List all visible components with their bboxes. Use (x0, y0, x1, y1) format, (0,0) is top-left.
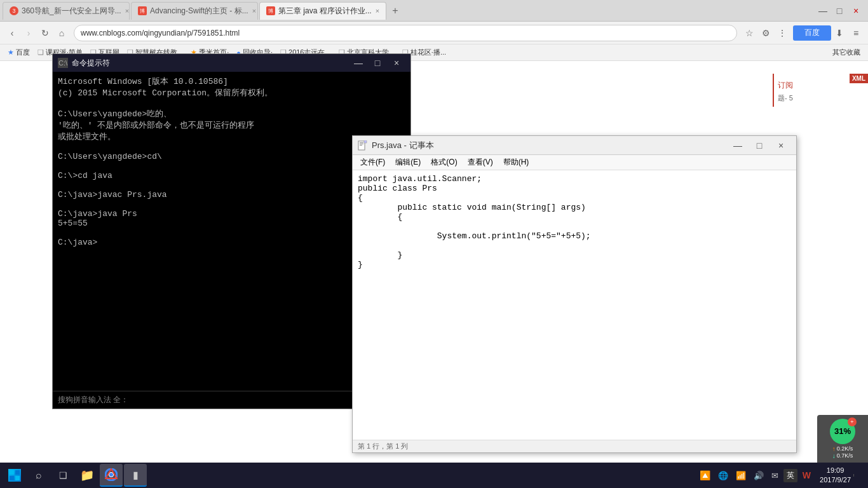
notepad-statusbar: 第 1 行，第 1 列 (353, 440, 796, 452)
other-bookmarks[interactable]: 其它收藏 (829, 46, 864, 58)
tab-2-close[interactable]: × (252, 7, 256, 15)
windows-logo (8, 469, 21, 482)
file-explorer-button[interactable]: 📁 (76, 464, 98, 487)
tab-2[interactable]: 博 Advancing-Swift的主页 - 标... × (131, 2, 258, 20)
upload-speed: 0.2K/s (837, 445, 853, 452)
terminal-taskbar-button[interactable]: ▮ (124, 464, 147, 487)
baidu-search-btn[interactable]: 百度 (793, 25, 831, 41)
menu-file[interactable]: 文件(F) (355, 156, 390, 169)
message-icon[interactable]: ✉ (769, 470, 781, 482)
terminal-icon: ▮ (133, 469, 139, 481)
browser-minimize[interactable]: — (816, 4, 830, 18)
tab-3-close[interactable]: × (376, 7, 379, 15)
cmd-close[interactable]: × (388, 56, 405, 70)
show-hidden-icons[interactable]: 🔼 (697, 469, 713, 482)
wifi-icon[interactable]: 📶 (733, 470, 749, 482)
tab-2-label: Advancing-Swift的主页 - 标... (150, 6, 248, 17)
time-display: 19:09 (820, 466, 851, 475)
nav-bar: ‹ › ↻ ⌂ www.cnblogs.com/qingyundian/p/75… (0, 22, 868, 44)
taskbar-clock: 19:09 2017/9/27 (820, 466, 851, 485)
browser-chrome: 3 360导航_新一代安全上网导... × 博 Advancing-Swift的… (0, 0, 868, 61)
cmd-maximize[interactable]: □ (369, 56, 386, 70)
volume-icon[interactable]: 🔊 (751, 470, 766, 482)
show-desktop[interactable] (853, 474, 860, 477)
cmd-win-controls: — □ × (349, 56, 405, 70)
tab-bar: 3 360导航_新一代安全上网导... × 博 Advancing-Swift的… (0, 0, 868, 22)
network-plus: + (848, 417, 857, 426)
svg-rect-2 (360, 144, 363, 144)
menu-format[interactable]: 格式(O) (426, 156, 462, 169)
notepad-titlebar: Prs.java - 记事本 — □ × (353, 136, 796, 155)
chrome-icon (105, 468, 118, 481)
tab-1[interactable]: 3 360导航_新一代安全上网导... × (3, 2, 130, 20)
notepad-maximize[interactable]: □ (749, 138, 770, 153)
subscribe-panel: XML 订阅 题- 5 (773, 74, 868, 107)
folder-icon: 📁 (80, 468, 94, 482)
other-bookmarks-label: 其它收藏 (832, 48, 860, 57)
url-text: www.cnblogs.com/qingyundian/p/7591851.ht… (81, 29, 730, 37)
network-percent: 31% (834, 426, 851, 436)
back-button[interactable]: ‹ (4, 25, 20, 41)
menu-view[interactable]: 查看(V) (463, 156, 498, 169)
tab-3-label: 第三章 java 程序设计作业... (278, 6, 372, 17)
extensions-button[interactable]: ⚙ (757, 25, 774, 41)
menu-edit[interactable]: 编辑(E) (390, 156, 426, 169)
wps-icon[interactable]: W (800, 469, 813, 482)
search-button[interactable]: ⌕ (27, 464, 50, 487)
downloads-icon[interactable]: ⬇ (831, 25, 848, 41)
date-display: 2017/9/27 (820, 475, 851, 485)
svg-rect-3 (360, 145, 362, 146)
chrome-taskbar-button[interactable] (100, 464, 123, 487)
address-bar[interactable]: www.cnblogs.com/qingyundian/p/7591851.ht… (74, 25, 737, 41)
forward-button[interactable]: › (20, 25, 37, 41)
cmd-icon: C:\ (58, 58, 68, 68)
cmd-title: 命令提示符 (72, 58, 349, 69)
ime-label: 搜狗拼音输入法 全： (58, 395, 128, 405)
bookmark-baidu[interactable]: ★ 百度 (4, 46, 34, 58)
tab-3-favicon: 博 (266, 6, 275, 15)
network-icon[interactable]: 🌐 (715, 470, 731, 482)
svg-rect-1 (360, 142, 363, 143)
menu-icon[interactable]: ≡ (848, 25, 864, 41)
ime-switch[interactable]: 英 (783, 469, 797, 482)
download-speed: 0.7K/s (837, 452, 853, 459)
notepad-minimize[interactable]: — (728, 138, 748, 153)
browser-window-controls: — □ × (816, 4, 865, 18)
cmd-minimize[interactable]: — (349, 56, 367, 70)
settings-icon[interactable]: ⋮ (774, 25, 790, 41)
home-button[interactable]: ⌂ (53, 25, 70, 41)
subscribe-desc: 题- 5 (778, 93, 864, 103)
tab-2-favicon: 博 (138, 6, 147, 15)
notepad-menu: 文件(F) 编辑(E) 格式(O) 查看(V) 帮助(H) (353, 155, 796, 170)
tab-1-close[interactable]: × (125, 7, 129, 15)
search-icon: ⌕ (36, 470, 42, 481)
browser-maximize[interactable]: □ (832, 4, 846, 18)
network-widget: 31% + ↑ 0.2K/s ↓ 0.7K/s (817, 415, 868, 463)
xml-badge: XML (850, 74, 868, 83)
refresh-button[interactable]: ↻ (37, 25, 53, 41)
notepad-icon (358, 140, 368, 151)
task-view-icon: ❑ (59, 470, 67, 480)
tab-3[interactable]: 博 第三章 java 程序设计作业... × (259, 2, 386, 20)
notepad-close[interactable]: × (771, 138, 791, 153)
notepad-win-controls: — □ × (728, 138, 791, 153)
statusbar-text: 第 1 行，第 1 列 (358, 442, 408, 451)
task-view-button[interactable]: ❑ (51, 464, 74, 487)
menu-help[interactable]: 帮助(H) (498, 156, 534, 169)
download-arrow: ↓ (832, 452, 836, 459)
notepad-content[interactable]: import java.util.Scanner; public class P… (353, 170, 796, 440)
search-engine-label: 百度 (804, 27, 820, 38)
notepad-title: Prs.java - 记事本 (372, 140, 728, 151)
taskbar: ⌕ ❑ 📁 ▮ 🔼 🌐 📶 🔊 ✉ 英 W 19:09 2017/9/27 (0, 463, 868, 488)
new-tab-button[interactable]: + (388, 3, 403, 18)
system-tray: 🔼 🌐 📶 🔊 ✉ 英 W 19:09 2017/9/27 (697, 466, 865, 485)
notepad-window: Prs.java - 记事本 — □ × 文件(F) 编辑(E) 格式(O) 查… (352, 135, 797, 453)
star-button[interactable]: ☆ (741, 25, 757, 41)
start-button[interactable] (3, 464, 26, 487)
tab-1-label: 360导航_新一代安全上网导... (22, 6, 121, 17)
svg-point-7 (109, 473, 113, 477)
bookmark-9-label: 桂花区·播... (410, 48, 446, 57)
cmd-titlebar: C:\ 命令提示符 — □ × (53, 54, 410, 72)
browser-close[interactable]: × (849, 4, 863, 18)
tab-1-favicon: 3 (10, 6, 18, 15)
